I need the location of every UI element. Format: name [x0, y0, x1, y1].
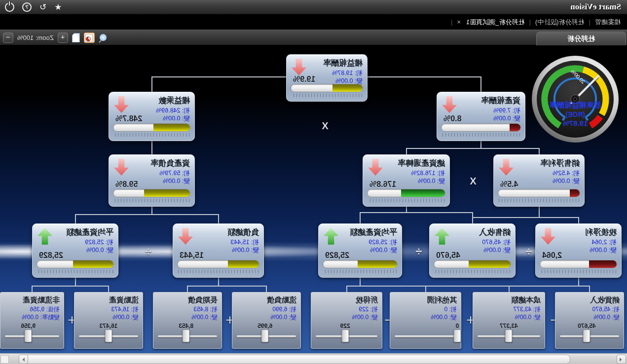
node-average-total-assets[interactable]: 平均資產總額 初: 25,829 變: 0.00% 25,829 [318, 223, 402, 278]
node-sales-income[interactable]: 銷貨收入 初: 45,670 變: 0.00% 45,670 [555, 292, 624, 349]
node-net-profit-after-tax[interactable]: 稅後淨利 初: 2,064 變: 0.00% 2,064 [535, 223, 622, 278]
node-total-liabilities[interactable]: 負債總額 初: 15,443 變: 0.00% 15,443 [173, 223, 264, 278]
close-page-icon[interactable]: × [457, 18, 461, 26]
node-progress-fill [332, 84, 363, 92]
node-progressbar[interactable] [37, 260, 114, 268]
slider-thumb[interactable] [261, 329, 269, 342]
slider-value-label: 16,473 [100, 323, 118, 329]
node-title: 平均資產總額 [340, 227, 397, 238]
node-other-profit[interactable]: 其他利潤 初: 0 變: 0.00% 0 [390, 292, 461, 349]
node-title: 流動資產 [78, 295, 139, 305]
node-ruler [442, 133, 520, 137]
slider-track[interactable] [395, 335, 456, 337]
slider-thumb[interactable] [183, 329, 190, 342]
slider-value-label: 229 [340, 323, 350, 329]
node-change-value: 變: 0.00% [555, 314, 620, 322]
slider-track[interactable] [5, 335, 59, 337]
node-change-value: 變: 0.00% [74, 314, 139, 322]
slider-thumb[interactable] [453, 329, 461, 342]
node-income-tax[interactable]: 所得稅 初: 229 變: 0.00% 229 [311, 292, 382, 349]
node-progressbar[interactable] [291, 84, 363, 92]
node-current-value: 45,670 [436, 251, 460, 260]
node-title: 稅後淨利 [557, 227, 617, 238]
node-init-value: 初: 16,473 [74, 306, 139, 314]
slider-thumb[interactable] [505, 329, 513, 342]
node-ruler [541, 270, 616, 273]
node-progressbar[interactable] [177, 260, 259, 268]
node-current-value: 2,064 [542, 251, 562, 260]
node-progressbar[interactable] [434, 260, 511, 268]
node-progressbar[interactable] [498, 189, 580, 197]
node-title: 平均資產總額 [54, 227, 113, 238]
menu-item-file-explorer[interactable]: 檔案總管 [595, 18, 621, 27]
node-change-value: 變: 0.00% [232, 314, 296, 322]
operator-multiply: X [317, 120, 333, 132]
power-icon[interactable] [5, 2, 14, 12]
node-progressbar[interactable] [367, 189, 445, 197]
scroll-right-button[interactable] [19, 355, 28, 364]
node-current-liabilities[interactable]: 流動負債 初: 6,990 變: 0.00% 6,995 [232, 292, 301, 349]
node-progressbar[interactable] [113, 189, 190, 197]
node-init-value: 初: 229 [311, 306, 378, 314]
node-title: 流動負債 [236, 295, 296, 305]
node-progressbar[interactable] [113, 123, 190, 132]
slider-thumb[interactable] [25, 329, 32, 342]
node-current-value: 8.0% [443, 114, 461, 123]
node-progressbar[interactable] [323, 260, 398, 268]
node-title: 銷售收入 [451, 227, 511, 238]
scrollbar-thumb[interactable] [20, 355, 570, 364]
menu-item-dupont-design[interactable]: 杜邦分析(設計中) [535, 18, 585, 27]
node-current-value: 15,443 [180, 251, 204, 260]
node-title: 所得稅 [315, 295, 378, 305]
node-longterm-liabilities[interactable]: 長期負債 初: 8,453 變: 0.00% 8,453 [153, 292, 222, 349]
page-view-icon[interactable] [72, 33, 80, 42]
node-title: 權益乘數 [131, 96, 190, 106]
gauge-title: 股東權益報酬率 [550, 101, 602, 109]
scroll-left-button[interactable] [617, 355, 626, 364]
node-ruler [37, 270, 113, 273]
tab-dupont-analysis[interactable]: 杜邦分析 [536, 32, 626, 46]
zoom-level-label: Zoom: 100% [17, 34, 54, 41]
node-title: 長期負債 [157, 295, 218, 305]
favorite-star-icon[interactable]: ★ [54, 3, 62, 11]
node-equity-return-rate[interactable]: 權益報酬率 初: 19.87% 變: 0.00% 19.9% [286, 54, 368, 102]
refresh-icon[interactable]: ↻ [39, 3, 46, 11]
app-logo: Smart eVision [570, 2, 621, 12]
horizontal-scrollbar[interactable] [0, 353, 627, 364]
node-average-total-assets[interactable]: 平均資產總額 初: 25,829 變: 0.00% 25,829 [32, 223, 118, 278]
resize-corner [0, 355, 9, 364]
report-view-icon[interactable] [84, 33, 95, 43]
zoom-search-icon[interactable] [99, 34, 107, 42]
operator-divide: ÷ [141, 245, 156, 258]
node-equity-multiplier[interactable]: 權益乘數 初: 248.69% 變: 0.00% 248.7% [109, 92, 195, 141]
node-total-asset-turnover[interactable]: 總資產週轉率 初: 176.82% 變: 0.00% 176.8% [363, 154, 450, 207]
menu-item-dupont-testpage[interactable]: 杜邦分析_測試頁面1 [466, 18, 524, 27]
node-title: 銷售淨利率 [516, 158, 580, 169]
breadcrumb-bar: 檔案總管 | 杜邦分析(設計中) | 杜邦分析_測試頁面1 × | [0, 14, 627, 30]
node-current-assets[interactable]: 流動資產 初: 16,473 變: 0.00% 16,473 [74, 292, 143, 349]
slider-thumb[interactable] [341, 329, 349, 342]
view-toolbar: + Zoom: 100% − [3, 30, 107, 45]
node-title: 負債總額 [195, 227, 259, 238]
zoom-in-button[interactable]: + [58, 33, 68, 43]
slider-value-label: 9,356 [21, 323, 36, 329]
node-ruler [178, 270, 258, 273]
node-change-value: 變: 0.00% [390, 314, 457, 322]
node-progressbar[interactable] [540, 260, 617, 268]
slider-thumb[interactable] [105, 329, 112, 342]
node-total-cost[interactable]: 成本總額 初: 43,377 變: 0.00% 43,377 [473, 292, 545, 349]
node-progress-fill [469, 260, 511, 268]
node-ruler [324, 270, 397, 273]
slider-thumb[interactable] [583, 329, 590, 342]
node-progress-fill [510, 124, 520, 131]
node-asset-return-rate[interactable]: 資產報酬率 初: 7.99% 變: 0.00% 8.0% [437, 92, 525, 141]
node-debt-asset-ratio[interactable]: 資產負債率 初: 59.79% 變: 0.00% 59.8% [109, 154, 195, 207]
node-current-value: 25,829 [39, 251, 63, 260]
zoom-out-button[interactable]: − [3, 33, 13, 43]
node-title: 非流動資產 [4, 295, 60, 305]
node-net-profit-margin[interactable]: 銷售淨利率 初: 4.52% 變: 0.00% 4.5% [493, 154, 585, 207]
node-sales-revenue[interactable]: 銷售收入 初: 45,670 變: 0.00% 45,670 [429, 223, 516, 278]
node-progressbar[interactable] [441, 123, 521, 132]
node-noncurrent-assets[interactable]: 非流動資產 初值: 9,356 變動率: 0.00% 9,356 [0, 292, 64, 349]
help-icon[interactable]: ? [22, 2, 32, 12]
